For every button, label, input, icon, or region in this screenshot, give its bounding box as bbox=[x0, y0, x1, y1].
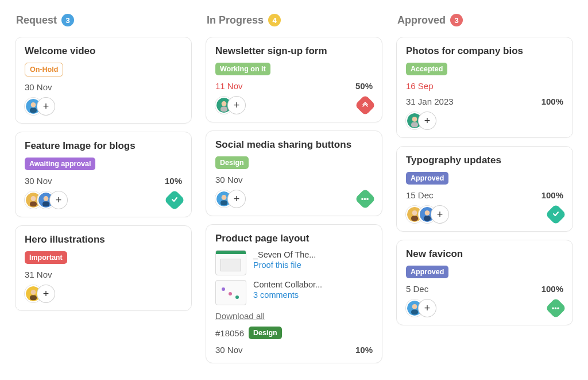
attachment-link[interactable]: Proof this file bbox=[253, 260, 316, 270]
add-assignee-button[interactable]: + bbox=[37, 98, 55, 115]
download-all-link[interactable]: Download all bbox=[215, 311, 265, 321]
priority-icon[interactable] bbox=[355, 95, 376, 116]
card-date: 15 Dec bbox=[406, 190, 434, 200]
card[interactable]: Welcome video On-Hold 30 Nov + bbox=[15, 37, 192, 124]
priority-icon[interactable]: ••• bbox=[355, 189, 376, 210]
card[interactable]: Hero illustrations Important 31 Nov + bbox=[15, 225, 192, 311]
add-assignee-button[interactable]: + bbox=[37, 285, 55, 302]
svg-rect-26 bbox=[424, 216, 431, 221]
card-id: #18056 bbox=[215, 328, 244, 338]
card[interactable]: Product page layout _Seven Of The... Pro… bbox=[206, 224, 382, 363]
card[interactable]: Photos for company bios Accepted 16 Sep … bbox=[396, 37, 573, 138]
card-title: Product page layout bbox=[215, 233, 373, 244]
priority-icon[interactable]: ••• bbox=[546, 298, 567, 319]
attachment-thumb bbox=[215, 280, 246, 305]
status-tag[interactable]: Awaiting approval bbox=[25, 158, 95, 170]
status-tag[interactable]: Accepted bbox=[406, 63, 447, 75]
card-progress: 10% bbox=[355, 345, 373, 355]
status-tag[interactable]: Design bbox=[249, 327, 282, 339]
column-title: In Progress bbox=[207, 14, 264, 26]
svg-rect-11 bbox=[30, 295, 37, 301]
card-date: 5 Dec bbox=[406, 284, 428, 294]
avatar-group: + bbox=[406, 112, 436, 129]
card-progress: 100% bbox=[541, 190, 563, 200]
svg-point-1 bbox=[31, 102, 36, 108]
card-id-row: #18056 Design bbox=[215, 327, 373, 339]
svg-rect-2 bbox=[30, 108, 37, 113]
priority-icon[interactable] bbox=[546, 204, 567, 225]
add-assignee-button[interactable]: + bbox=[228, 190, 245, 208]
card-date: 30 Nov bbox=[215, 175, 373, 185]
card-title: Newsletter sign-up form bbox=[215, 45, 373, 57]
avatar-group: + bbox=[25, 191, 67, 209]
card-title: Hero illustrations bbox=[25, 234, 182, 245]
add-assignee-button[interactable]: + bbox=[50, 191, 67, 209]
card-progress: 50% bbox=[355, 81, 373, 91]
card-date: 31 Nov bbox=[25, 270, 182, 279]
svg-point-28 bbox=[412, 304, 417, 309]
svg-point-7 bbox=[44, 196, 49, 201]
svg-rect-17 bbox=[220, 201, 227, 206]
avatar-group: + bbox=[215, 190, 245, 208]
card-title: Feature Image for blogs bbox=[25, 140, 182, 152]
card[interactable]: Feature Image for blogs Awaiting approva… bbox=[15, 132, 192, 217]
add-assignee-button[interactable]: + bbox=[419, 112, 436, 129]
svg-rect-29 bbox=[411, 310, 418, 315]
avatar-group: + bbox=[406, 300, 436, 317]
status-tag[interactable]: Approved bbox=[406, 266, 448, 278]
add-assignee-button[interactable]: + bbox=[228, 97, 245, 114]
column-header[interactable]: Approved 3 bbox=[396, 13, 573, 29]
card-title: Photos for company bios bbox=[406, 45, 563, 57]
attachment[interactable]: Content Collabor... 3 comments bbox=[215, 280, 373, 305]
column-count-badge: 4 bbox=[268, 14, 281, 26]
column-count-badge: 3 bbox=[61, 14, 74, 26]
card-title: Typography updates bbox=[406, 155, 563, 166]
status-tag[interactable]: Working on it bbox=[215, 63, 270, 75]
add-assignee-button[interactable]: + bbox=[419, 300, 436, 317]
card-date: 30 Nov bbox=[25, 82, 182, 92]
avatar-group: + bbox=[406, 206, 448, 223]
svg-rect-8 bbox=[42, 202, 49, 207]
svg-point-19 bbox=[412, 117, 417, 122]
card-progress: 100% bbox=[541, 97, 563, 106]
card-title: Welcome video bbox=[25, 45, 182, 57]
priority-icon[interactable] bbox=[164, 190, 185, 211]
svg-rect-23 bbox=[411, 216, 418, 221]
avatar-group: + bbox=[25, 98, 55, 115]
svg-point-13 bbox=[222, 101, 227, 106]
card-title: New favicon bbox=[406, 248, 563, 260]
svg-rect-14 bbox=[220, 107, 227, 112]
column-header[interactable]: Request 3 bbox=[15, 13, 192, 29]
status-tag[interactable]: Approved bbox=[406, 172, 448, 185]
svg-point-4 bbox=[31, 196, 36, 201]
add-assignee-button[interactable]: + bbox=[431, 206, 448, 223]
card-date-secondary: 31 Jan 2023 bbox=[406, 97, 454, 106]
svg-rect-20 bbox=[411, 122, 418, 128]
column-in-progress: In Progress 4 Newsletter sign-up form Wo… bbox=[206, 13, 382, 367]
column-title: Request bbox=[16, 14, 57, 26]
attachment[interactable]: _Seven Of The... Proof this file bbox=[215, 250, 373, 275]
card-progress: 10% bbox=[165, 176, 182, 186]
card-progress: 100% bbox=[541, 284, 563, 294]
card[interactable]: New favicon Approved 5 Dec 100% + ••• bbox=[396, 240, 573, 325]
attachment-link[interactable]: 3 comments bbox=[253, 290, 322, 300]
card[interactable]: Typography updates Approved 15 Dec 100% … bbox=[396, 146, 573, 232]
svg-point-22 bbox=[412, 210, 417, 216]
card-date: 11 Nov bbox=[215, 81, 243, 91]
avatar-group: + bbox=[215, 97, 245, 114]
card-date: 16 Sep bbox=[406, 81, 563, 91]
status-tag[interactable]: Important bbox=[25, 251, 67, 264]
svg-point-10 bbox=[31, 290, 36, 295]
status-tag[interactable]: Design bbox=[215, 156, 249, 169]
column-header[interactable]: In Progress 4 bbox=[206, 13, 382, 29]
attachment-name: _Seven Of The... bbox=[253, 250, 316, 259]
attachment-thumb bbox=[215, 250, 246, 275]
status-tag[interactable]: On-Hold bbox=[25, 63, 63, 76]
kanban-board: Request 3 Welcome video On-Hold 30 Nov +… bbox=[0, 0, 588, 380]
column-title: Approved bbox=[397, 14, 446, 26]
column-approved: Approved 3 Photos for company bios Accep… bbox=[396, 13, 573, 367]
attachments: _Seven Of The... Proof this file Content… bbox=[215, 250, 373, 305]
card[interactable]: Newsletter sign-up form Working on it 11… bbox=[206, 37, 382, 122]
card-date: 30 Nov bbox=[25, 176, 52, 186]
card[interactable]: Social media sharing buttons Design 30 N… bbox=[206, 130, 382, 216]
